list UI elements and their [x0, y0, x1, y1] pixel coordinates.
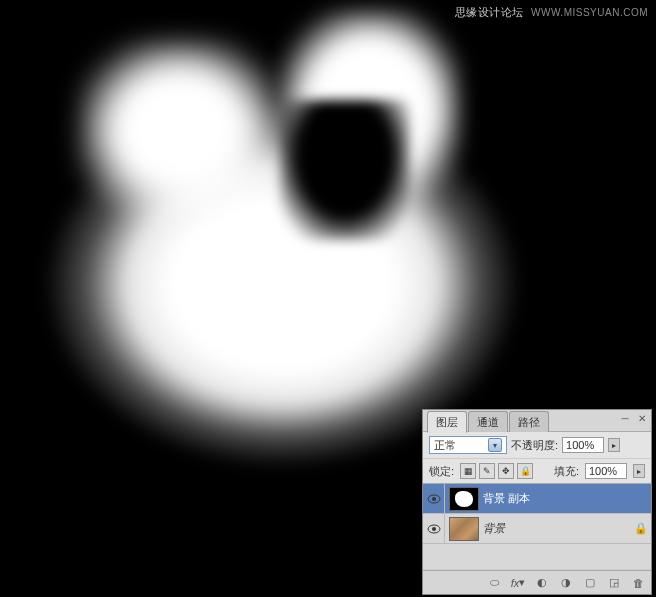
chevron-down-icon: ▾ [488, 438, 502, 452]
new-layer-icon[interactable]: ◲ [605, 575, 623, 591]
layer-list: 背景 副本 背景 🔒 [423, 484, 651, 570]
delete-layer-icon[interactable]: 🗑 [629, 575, 647, 591]
opacity-label: 不透明度: [511, 438, 558, 453]
fill-input[interactable]: 100% [585, 463, 627, 479]
panel-tabs: 图层 通道 路径 [423, 410, 550, 432]
eye-icon [427, 494, 441, 504]
mask-notch [280, 100, 410, 240]
blend-mode-value: 正常 [434, 438, 456, 453]
tab-layers[interactable]: 图层 [427, 411, 467, 433]
layer-mask-icon[interactable]: ◐ [533, 575, 551, 591]
link-layers-icon[interactable]: ⬭ [485, 575, 503, 591]
panel-footer: ⬭ fx▾ ◐ ◑ ▢ ◲ 🗑 [423, 570, 651, 594]
panel-window-controls: ─ ✕ [618, 412, 649, 424]
layer-name-label[interactable]: 背景 副本 [483, 491, 651, 506]
tab-paths[interactable]: 路径 [509, 411, 549, 432]
fill-slider-toggle[interactable]: ▸ [633, 464, 645, 478]
layer-thumbnail[interactable] [449, 517, 479, 541]
panel-header: 图层 通道 路径 ─ ✕ [423, 410, 651, 432]
layers-panel: 图层 通道 路径 ─ ✕ 正常 ▾ 不透明度: 100% ▸ 锁定: ▦ ✎ ✥… [422, 409, 652, 595]
lock-fill-row: 锁定: ▦ ✎ ✥ 🔒 填充: 100% ▸ [423, 459, 651, 484]
layer-visibility-toggle[interactable] [423, 484, 445, 514]
layer-item[interactable]: 背景 副本 [423, 484, 651, 514]
watermark-en: WWW.MISSYUAN.COM [531, 7, 648, 18]
minimize-icon[interactable]: ─ [618, 412, 632, 424]
thumbnail-photo-icon [450, 518, 478, 540]
adjustment-layer-icon[interactable]: ◑ [557, 575, 575, 591]
layer-fx-icon[interactable]: fx▾ [509, 575, 527, 591]
svg-point-1 [432, 497, 436, 501]
lock-pixels-icon[interactable]: ✎ [479, 463, 495, 479]
lock-all-icon[interactable]: 🔒 [517, 463, 533, 479]
tab-channels[interactable]: 通道 [468, 411, 508, 432]
blend-mode-dropdown[interactable]: 正常 ▾ [429, 436, 507, 454]
opacity-input[interactable]: 100% [562, 437, 604, 453]
lock-icons-group: ▦ ✎ ✥ 🔒 [460, 463, 533, 479]
watermark-cn: 思缘设计论坛 [455, 6, 524, 18]
layer-thumbnail[interactable] [449, 487, 479, 511]
empty-layer-row [423, 544, 651, 570]
svg-point-3 [432, 527, 436, 531]
fill-label: 填充: [554, 464, 579, 479]
watermark: 思缘设计论坛 WWW.MISSYUAN.COM [455, 5, 648, 20]
blend-opacity-row: 正常 ▾ 不透明度: 100% ▸ [423, 432, 651, 459]
lock-position-icon[interactable]: ✥ [498, 463, 514, 479]
eye-icon [427, 524, 441, 534]
layer-visibility-toggle[interactable] [423, 514, 445, 544]
lock-transparency-icon[interactable]: ▦ [460, 463, 476, 479]
layer-group-icon[interactable]: ▢ [581, 575, 599, 591]
lock-indicator-icon: 🔒 [631, 522, 651, 535]
close-icon[interactable]: ✕ [635, 412, 649, 424]
thumbnail-mask-icon [455, 491, 473, 507]
mask-content-part [80, 40, 280, 220]
layer-name-label[interactable]: 背景 [483, 521, 631, 536]
opacity-slider-toggle[interactable]: ▸ [608, 438, 620, 452]
layer-item[interactable]: 背景 🔒 [423, 514, 651, 544]
lock-label: 锁定: [429, 464, 454, 479]
